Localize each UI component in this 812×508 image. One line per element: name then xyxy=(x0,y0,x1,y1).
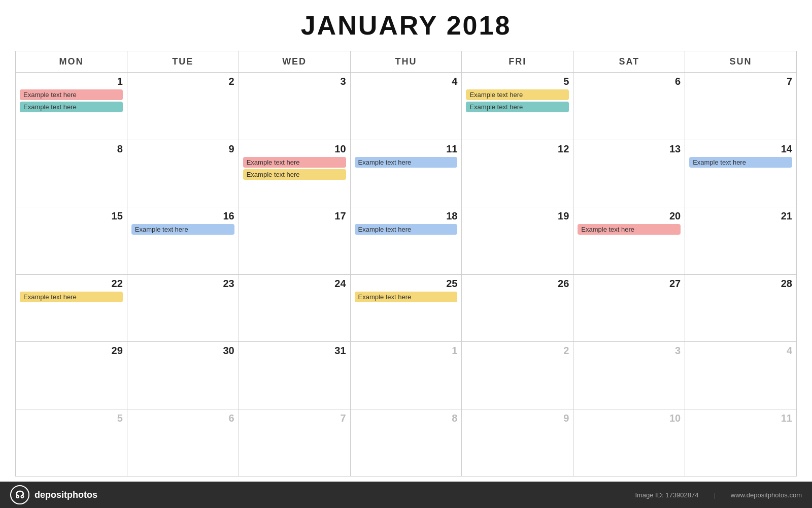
calendar-event[interactable]: Example text here xyxy=(243,157,346,168)
day-number: 30 xyxy=(131,345,234,357)
day-cell[interactable]: 3 xyxy=(239,73,351,140)
day-number: 22 xyxy=(20,278,123,290)
day-cell[interactable]: 23 xyxy=(127,275,239,342)
day-number: 27 xyxy=(578,278,681,290)
day-number: 1 xyxy=(20,76,123,87)
day-number: 23 xyxy=(131,278,234,290)
calendar-event[interactable]: Example text here xyxy=(20,292,123,302)
calendar-event[interactable]: Example text here xyxy=(689,157,792,168)
day-number: 8 xyxy=(20,143,123,155)
day-cell[interactable]: 6 xyxy=(573,73,685,140)
day-cell[interactable]: 9 xyxy=(127,140,239,208)
day-cell[interactable]: 20Example text here xyxy=(573,207,685,275)
day-cell[interactable]: 1Example text hereExample text here xyxy=(16,73,127,140)
calendar-event[interactable]: Example text here xyxy=(355,224,458,235)
day-number: 18 xyxy=(355,210,458,222)
day-number: 5 xyxy=(20,412,123,424)
day-number: 15 xyxy=(20,210,123,222)
day-number: 4 xyxy=(355,76,458,87)
day-cell[interactable]: 10Example text hereExample text here xyxy=(239,140,351,208)
calendar-event[interactable]: Example text here xyxy=(466,89,569,100)
day-cell[interactable]: 27 xyxy=(573,275,685,342)
footer-divider: | xyxy=(714,491,715,499)
day-cell[interactable]: 28 xyxy=(685,275,797,342)
day-cell[interactable]: 5 xyxy=(16,409,127,477)
day-cell[interactable]: 25Example text here xyxy=(351,275,462,342)
day-number: 31 xyxy=(243,345,346,357)
day-cell[interactable]: 7 xyxy=(685,73,797,140)
day-cell[interactable]: 8 xyxy=(16,140,127,208)
day-cell[interactable]: 24 xyxy=(239,275,351,342)
day-header-mon: MON xyxy=(16,51,127,73)
day-cell[interactable]: 6 xyxy=(127,409,239,477)
day-number: 3 xyxy=(578,345,681,357)
day-cell[interactable]: 17 xyxy=(239,207,351,275)
day-cell[interactable]: 7 xyxy=(239,409,351,477)
day-number: 16 xyxy=(131,210,234,222)
day-cell[interactable]: 26 xyxy=(462,275,573,342)
day-cell[interactable]: 1 xyxy=(351,342,462,409)
calendar-event[interactable]: Example text here xyxy=(355,292,458,302)
day-number: 24 xyxy=(243,278,346,290)
day-number: 1 xyxy=(355,345,458,357)
day-number: 6 xyxy=(131,412,234,424)
logo-icon: ☊ xyxy=(10,485,29,504)
day-number: 5 xyxy=(466,76,569,87)
day-number: 8 xyxy=(355,412,458,424)
day-cell[interactable]: 11 xyxy=(685,409,797,477)
day-cell[interactable]: 5Example text hereExample text here xyxy=(462,73,573,140)
day-cell[interactable]: 11Example text here xyxy=(351,140,462,208)
day-number: 11 xyxy=(689,412,792,424)
day-cell[interactable]: 13 xyxy=(573,140,685,208)
day-number: 20 xyxy=(578,210,681,222)
calendar-title: JANUARY 2018 xyxy=(15,10,797,41)
calendar-event[interactable]: Example text here xyxy=(578,224,681,235)
day-number: 25 xyxy=(355,278,458,290)
day-cell[interactable]: 12 xyxy=(462,140,573,208)
day-cell[interactable]: 18Example text here xyxy=(351,207,462,275)
day-cell[interactable]: 14Example text here xyxy=(685,140,797,208)
day-header-sun: SUN xyxy=(685,51,797,73)
day-number: 29 xyxy=(20,345,123,357)
calendar-event[interactable]: Example text here xyxy=(20,102,123,112)
day-number: 7 xyxy=(689,76,792,87)
day-cell[interactable]: 10 xyxy=(573,409,685,477)
day-number: 9 xyxy=(131,143,234,155)
footer-logo: ☊ depositphotos xyxy=(10,485,97,504)
day-cell[interactable]: 4 xyxy=(351,73,462,140)
day-number: 2 xyxy=(466,345,569,357)
calendar-event[interactable]: Example text here xyxy=(131,224,234,235)
day-number: 28 xyxy=(689,278,792,290)
day-header-thu: THU xyxy=(351,51,462,73)
day-cell[interactable]: 3 xyxy=(573,342,685,409)
day-cell[interactable]: 2 xyxy=(127,73,239,140)
day-cell[interactable]: 16Example text here xyxy=(127,207,239,275)
day-cell[interactable]: 8 xyxy=(351,409,462,477)
calendar-event[interactable]: Example text here xyxy=(466,102,569,112)
calendar-wrapper: JANUARY 2018 MONTUEWEDTHUFRISATSUN1Examp… xyxy=(0,0,812,482)
day-cell[interactable]: 22Example text here xyxy=(16,275,127,342)
day-cell[interactable]: 2 xyxy=(462,342,573,409)
day-number: 3 xyxy=(243,76,346,87)
calendar-event[interactable]: Example text here xyxy=(355,157,458,168)
footer-right: Image ID: 173902874 | www.depositphotos.… xyxy=(635,491,802,499)
day-cell[interactable]: 19 xyxy=(462,207,573,275)
calendar-event[interactable]: Example text here xyxy=(20,89,123,100)
day-cell[interactable]: 21 xyxy=(685,207,797,275)
day-cell[interactable]: 30 xyxy=(127,342,239,409)
image-id-label: Image ID: 173902874 xyxy=(635,491,698,499)
logo-text: depositphotos xyxy=(35,490,97,500)
day-number: 19 xyxy=(466,210,569,222)
day-cell[interactable]: 9 xyxy=(462,409,573,477)
day-number: 26 xyxy=(466,278,569,290)
day-number: 13 xyxy=(578,143,681,155)
day-number: 14 xyxy=(689,143,792,155)
day-cell[interactable]: 4 xyxy=(685,342,797,409)
day-cell[interactable]: 29 xyxy=(16,342,127,409)
day-number: 2 xyxy=(131,76,234,87)
day-cell[interactable]: 15 xyxy=(16,207,127,275)
day-cell[interactable]: 31 xyxy=(239,342,351,409)
day-header-fri: FRI xyxy=(462,51,573,73)
calendar-event[interactable]: Example text here xyxy=(243,169,346,180)
day-number: 9 xyxy=(466,412,569,424)
